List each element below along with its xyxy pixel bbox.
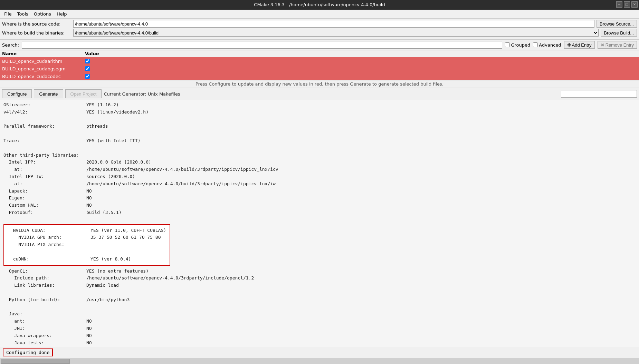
cuda-line xyxy=(8,248,166,256)
entry-value-2 xyxy=(85,74,637,79)
entry-name-2: BUILD_opencv_cudacodec xyxy=(2,74,85,79)
browse-build-button[interactable]: Browse Build... xyxy=(601,29,637,37)
output-line: Custom HAL:NO xyxy=(3,202,636,209)
open-project-button[interactable]: Open Project xyxy=(65,89,102,98)
output-line: Intel IPP IW:sources (2020.0.0) xyxy=(3,173,636,180)
output-line: Lapack:NO xyxy=(3,188,636,195)
bottom-status: Configuring done xyxy=(0,347,639,358)
horizontal-scrollbar[interactable] xyxy=(0,358,639,364)
advanced-label: Advanced xyxy=(539,42,561,48)
output-line xyxy=(3,145,636,152)
output-line: Protobuf:build (3.5.1) xyxy=(3,209,636,216)
output-lines-pre: GStreamer:YES (1.16.2) v4l/v4l2:YES (lin… xyxy=(3,101,636,224)
col-name-header: Name xyxy=(2,51,85,56)
source-input[interactable] xyxy=(73,20,594,28)
generate-button[interactable]: Generate xyxy=(34,89,63,98)
top-area: Where is the source code: Browse Source.… xyxy=(0,19,639,40)
menu-file[interactable]: File xyxy=(1,11,15,17)
output-line: Trace:YES (with Intel ITT) xyxy=(3,137,636,145)
menu-options[interactable]: Options xyxy=(31,11,54,17)
search-input[interactable] xyxy=(22,41,502,49)
grouped-label: Grouped xyxy=(511,42,530,48)
cuda-line: NVIDIA CUDA:YES (ver 11.0, CUFFT CUBLAS) xyxy=(8,227,166,234)
configure-button[interactable]: Configure xyxy=(2,89,32,98)
table-row: BUILD_opencv_cudacodec xyxy=(0,72,639,80)
output-line: ant:NO xyxy=(3,318,636,325)
output-line: Include path:/home/ubuntu/software/openc… xyxy=(3,275,636,282)
plus-icon: ✚ xyxy=(567,42,571,48)
configuring-done-text: Configuring done xyxy=(6,350,49,355)
output-line: at:/home/ubuntu/software/opencv-4.4.0/bu… xyxy=(3,180,636,188)
remove-icon: ✖ xyxy=(601,42,604,48)
output-line xyxy=(3,289,636,296)
output-line: Java tests:NO xyxy=(3,340,636,347)
output-line: Intel IPP:2020.0.0 Gold [2020.0.0] xyxy=(3,159,636,166)
generator-search-input[interactable] xyxy=(561,90,637,98)
output-line: Other third-party libraries: xyxy=(3,152,636,159)
table-row: BUILD_opencv_cudabgsegm xyxy=(0,65,639,72)
advanced-checkbox-label: Advanced xyxy=(533,42,561,48)
output-line: GStreamer:YES (1.16.2) xyxy=(3,101,636,109)
build-row: Where to build the binaries: /home/ubunt… xyxy=(2,29,637,37)
entry-value-0 xyxy=(85,59,637,63)
entry-name-1: BUILD_opencv_cudabgsegm xyxy=(2,66,85,71)
output-line: v4l/v4l2:YES (linux/videodev2.h) xyxy=(3,109,636,116)
entry-checkbox-2[interactable] xyxy=(85,74,90,79)
output-line: Java: xyxy=(3,311,636,318)
add-entry-button[interactable]: ✚ Add Entry xyxy=(564,41,595,49)
generator-label: Current Generator: Unix Makefiles xyxy=(104,91,180,97)
source-row: Where is the source code: Browse Source.… xyxy=(2,20,637,28)
output-line xyxy=(3,304,636,311)
build-select[interactable]: /home/ubuntu/software/opencv-4.4.0/build xyxy=(73,29,599,37)
advanced-checkbox[interactable] xyxy=(533,42,538,47)
browse-source-button[interactable]: Browse Source... xyxy=(597,20,637,28)
output-line: Eigen:NO xyxy=(3,195,636,202)
output-line: JNI:NO xyxy=(3,325,636,332)
output-lines-post: OpenCL:YES (no extra features) Include p… xyxy=(3,268,636,347)
output-line xyxy=(3,116,636,123)
menubar: File Tools Options Help xyxy=(0,10,639,19)
maximize-button[interactable]: □ xyxy=(624,1,630,8)
output-line: Java wrappers:NO xyxy=(3,332,636,340)
output-line: at:/home/ubuntu/software/opencv-4.4.0/bu… xyxy=(3,166,636,173)
source-label: Where is the source code: xyxy=(2,21,71,27)
status-bar: Press Configure to update and display ne… xyxy=(0,80,639,88)
output-line: Parallel framework:pthreads xyxy=(3,123,636,130)
entry-value-1 xyxy=(85,66,637,71)
close-button[interactable]: ✕ xyxy=(631,1,638,8)
output-line: Link libraries:Dynamic load xyxy=(3,282,636,289)
cuda-line: NVIDIA GPU arch:35 37 50 52 60 61 70 75 … xyxy=(8,234,166,241)
output-line: Python (for build):/usr/bin/python3 xyxy=(3,296,636,304)
cuda-line: NVIDIA PTX archs: xyxy=(8,241,166,248)
window-controls: ─ □ ✕ xyxy=(616,1,638,8)
grouped-checkbox-label: Grouped xyxy=(505,42,530,48)
scroll-spacer xyxy=(631,51,637,56)
output-area[interactable]: GStreamer:YES (1.16.2) v4l/v4l2:YES (lin… xyxy=(0,100,639,347)
col-value-header: Value xyxy=(85,51,631,56)
table-row: BUILD_opencv_cudaarithm xyxy=(0,57,639,65)
cuda-highlight-box: NVIDIA CUDA:YES (ver 11.0, CUFFT CUBLAS)… xyxy=(3,224,170,266)
search-row: Search: Grouped Advanced ✚ Add Entry ✖ R… xyxy=(0,40,639,50)
status-text: Press Configure to update and display ne… xyxy=(195,81,444,87)
menu-help[interactable]: Help xyxy=(54,11,70,17)
search-label: Search: xyxy=(2,42,19,48)
minimize-button[interactable]: ─ xyxy=(616,1,622,8)
titlebar: CMake 3.16.3 - /home/ubuntu/software/ope… xyxy=(0,0,639,10)
remove-entry-button[interactable]: ✖ Remove Entry xyxy=(598,41,637,49)
button-row: Configure Generate Open Project Current … xyxy=(0,88,639,100)
output-line xyxy=(3,130,636,137)
table-header: Name Value xyxy=(0,50,639,57)
menu-tools[interactable]: Tools xyxy=(15,11,31,17)
grouped-checkbox[interactable] xyxy=(505,42,510,47)
title-text: CMake 3.16.3 - /home/ubuntu/software/ope… xyxy=(254,2,385,7)
output-line: OpenCL:YES (no extra features) xyxy=(3,268,636,275)
entry-checkbox-1[interactable] xyxy=(85,66,90,71)
cuda-line: cuDNN:YES (ver 8.0.4) xyxy=(8,256,166,263)
build-label: Where to build the binaries: xyxy=(2,30,71,36)
configuring-done-box: Configuring done xyxy=(3,348,53,356)
scroll-thumb[interactable] xyxy=(1,359,70,364)
entry-table: BUILD_opencv_cudaarithm BUILD_opencv_cud… xyxy=(0,57,639,80)
output-line xyxy=(3,216,636,224)
entry-name-0: BUILD_opencv_cudaarithm xyxy=(2,59,85,64)
entry-checkbox-0[interactable] xyxy=(85,59,90,63)
